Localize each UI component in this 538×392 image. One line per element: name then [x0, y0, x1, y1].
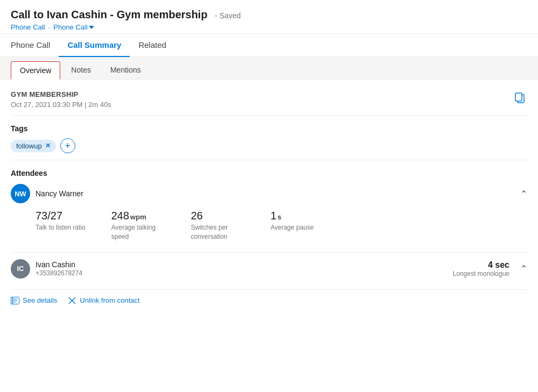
attendees-section: Attendees NW Nancy Warner ⌃ 73/27 Talk t…	[11, 160, 527, 289]
see-details-link[interactable]: See details	[11, 296, 57, 305]
unlink-label: Unlink from contact	[80, 296, 139, 304]
tab-related[interactable]: Related	[130, 34, 175, 57]
attendee-row: NW Nancy Warner ⌃ 73/27 Talk to listen r…	[11, 184, 527, 250]
tab-phone-call[interactable]: Phone Call	[11, 34, 59, 57]
details-icon	[11, 296, 19, 305]
attendee-right-ic: 4 sec Longest monologue ⌃	[453, 260, 527, 277]
stat-label-pause: Average pause	[271, 223, 314, 232]
see-details-label: See details	[23, 296, 57, 304]
avatar-nw: NW	[11, 184, 30, 203]
attendees-label: Attendees	[11, 169, 527, 177]
tag-label: followup	[16, 142, 42, 150]
page-title: Call to Ivan Cashin - Gym membership - S…	[11, 9, 527, 21]
attendee-phone-ic: +353892678274	[36, 269, 82, 277]
stat-label-switches: Switches per conversation	[191, 223, 245, 241]
stat-unit-speed: wpm	[130, 213, 146, 221]
content-area: GYM MEMBERSHIP Oct 27, 2021 03:30 PM | 2…	[0, 80, 538, 309]
stat-talk-listen: 73/27 Talk to listen ratio	[36, 210, 86, 241]
collapse-nw-button[interactable]: ⌃	[520, 189, 527, 199]
attendee-name-ic: Ivan Cashin	[36, 260, 82, 269]
subtab-overview[interactable]: Overview	[11, 61, 60, 80]
sub-tabs-bar: Overview Notes Mentions	[0, 57, 538, 80]
tag-remove-button[interactable]: ✕	[45, 142, 51, 149]
call-title: GYM MEMBERSHIP	[11, 90, 111, 98]
call-date: Oct 27, 2021 03:30 PM | 2m 40s	[11, 101, 111, 109]
chevron-down-icon	[89, 25, 94, 30]
call-info-block: GYM MEMBERSHIP Oct 27, 2021 03:30 PM | 2…	[11, 80, 527, 116]
stat-talking-speed: 248wpm Average talking speed	[111, 210, 165, 241]
breadcrumb: Phone Call · Phone Call	[11, 23, 527, 31]
svg-rect-6	[11, 297, 13, 304]
attendee-name-nw: Nancy Warner	[36, 189, 83, 198]
svg-rect-1	[515, 93, 522, 101]
breadcrumb-item-1[interactable]: Phone Call	[11, 23, 45, 31]
attendee-header-nw: NW Nancy Warner ⌃	[11, 184, 527, 203]
tags-label: Tags	[11, 124, 527, 133]
tags-row: followup ✕ +	[11, 138, 527, 153]
unlink-icon	[68, 296, 76, 305]
monologue-value: 4 sec	[453, 260, 509, 270]
attendee-header-ic: IC Ivan Cashin +353892678274 4 sec Longe…	[11, 259, 527, 279]
subtab-mentions[interactable]: Mentions	[102, 61, 150, 79]
monologue-info: 4 sec Longest monologue	[453, 260, 509, 277]
stat-label-speed: Average talking speed	[111, 223, 165, 241]
stat-unit-pause: s	[278, 213, 281, 221]
monologue-label: Longest monologue	[453, 270, 509, 277]
attendee-info-nw: NW Nancy Warner	[11, 184, 83, 203]
tag-chip: followup ✕	[11, 140, 56, 152]
stat-value-speed: 248wpm	[111, 210, 165, 222]
stat-number-speed: 248	[111, 210, 129, 222]
tags-section: Tags followup ✕ +	[11, 116, 527, 160]
breadcrumb-separator: ·	[48, 23, 51, 31]
stat-number-switches: 26	[191, 210, 203, 222]
breadcrumb-item-2: Phone Call	[53, 23, 88, 31]
breadcrumb-dropdown[interactable]: Phone Call	[53, 23, 94, 31]
stat-number-talk: 73/27	[36, 210, 62, 222]
copy-button[interactable]	[512, 90, 527, 108]
call-info-left: GYM MEMBERSHIP Oct 27, 2021 03:30 PM | 2…	[11, 90, 111, 109]
collapse-ic-button[interactable]: ⌃	[520, 263, 527, 274]
actions-row: See details Unlink from contact	[11, 289, 527, 309]
title-text: Call to Ivan Cashin - Gym membership	[11, 9, 208, 20]
main-tabs: Phone Call Call Summary Related	[0, 34, 538, 57]
attendee-row-ic: IC Ivan Cashin +353892678274 4 sec Longe…	[11, 252, 527, 279]
page-header: Call to Ivan Cashin - Gym membership - S…	[0, 0, 538, 34]
stat-switches: 26 Switches per conversation	[191, 210, 245, 241]
add-tag-button[interactable]: +	[60, 138, 75, 153]
unlink-contact-link[interactable]: Unlink from contact	[68, 296, 139, 305]
stat-label-talk: Talk to listen ratio	[36, 223, 86, 232]
stat-value-pause: 1s	[271, 210, 314, 222]
copy-icon	[514, 92, 525, 104]
stat-number-pause: 1	[271, 210, 277, 222]
stat-value-switches: 26	[191, 210, 245, 222]
saved-badge: - Saved	[215, 11, 240, 20]
avatar-ic: IC	[11, 259, 30, 279]
attendee-details-ic: Ivan Cashin +353892678274	[36, 260, 82, 277]
stats-row-nw: 73/27 Talk to listen ratio 248wpm Averag…	[11, 210, 527, 250]
stat-pause: 1s Average pause	[271, 210, 314, 241]
subtab-notes[interactable]: Notes	[62, 61, 100, 79]
stat-value-talk: 73/27	[36, 210, 86, 222]
tab-call-summary[interactable]: Call Summary	[59, 34, 130, 57]
attendee-info-ic: IC Ivan Cashin +353892678274	[11, 259, 82, 279]
